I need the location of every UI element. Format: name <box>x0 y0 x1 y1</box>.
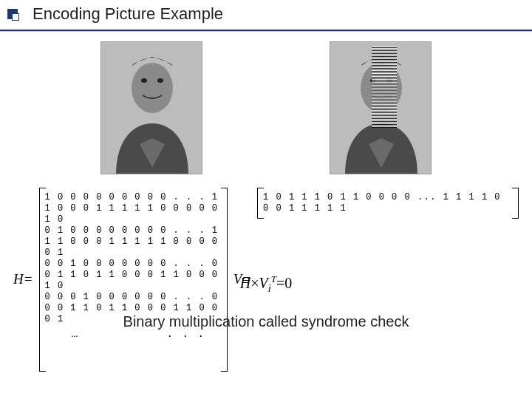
stego-image <box>330 41 432 174</box>
eq-rhs: =0 <box>276 275 292 291</box>
bullet-icon <box>7 9 18 19</box>
syndrome-equation: H×ViT=0 <box>0 273 532 295</box>
original-image <box>100 41 202 174</box>
eq-times: × <box>250 275 259 291</box>
matrix-row: 1 0 0 0 0 0 0 0 0 0 . . . 1 1 0 0 0 1 1 … <box>45 192 222 225</box>
matrix-row: 0 1 0 0 0 0 0 0 0 0 . . . 1 1 1 0 0 0 1 … <box>45 225 222 259</box>
svg-point-1 <box>141 78 147 83</box>
title-separator <box>0 30 532 31</box>
title-bar: Encoding Picture Example <box>7 4 223 24</box>
noise-pattern-icon <box>372 47 397 128</box>
person-silhouette-icon <box>101 42 202 174</box>
eq-H: H <box>240 275 250 291</box>
slide-title: Encoding Picture Example <box>33 4 223 24</box>
svg-point-2 <box>157 78 163 83</box>
caption: Binary multiplication called syndrome ch… <box>0 313 532 330</box>
vector-content: 1 0 1 1 1 0 1 1 0 0 0 0 ... 1 1 1 1 0 0 … <box>263 192 513 214</box>
eq-V: V <box>259 275 268 291</box>
images-row <box>0 41 532 174</box>
V-vector: 1 0 1 1 1 0 1 1 0 0 0 0 ... 1 1 1 1 0 0 … <box>257 188 519 219</box>
eq-sup: T <box>271 273 276 284</box>
